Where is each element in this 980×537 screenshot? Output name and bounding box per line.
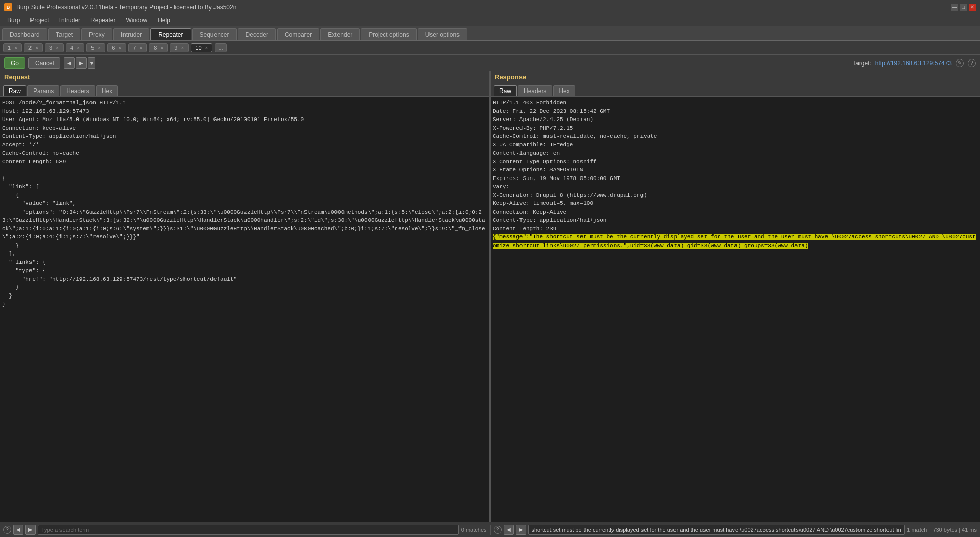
repeater-tab-5[interactable]: 5 ×: [86, 43, 105, 52]
response-body: HTTP/1.1 403 Forbidden Date: Fri, 22 Dec…: [491, 97, 980, 522]
close-tab-2[interactable]: ×: [35, 45, 38, 51]
response-panel-tabs: Raw Headers Hex: [491, 83, 980, 97]
request-panel-tabs: Raw Params Headers Hex: [0, 83, 489, 97]
request-search-help[interactable]: ?: [3, 526, 11, 534]
tab-user-options[interactable]: User options: [418, 28, 467, 40]
close-tab-8[interactable]: ×: [160, 45, 163, 51]
response-header: Response: [491, 71, 980, 83]
request-body: POST /node/?_format=hal_json HTTP/1.1 Ho…: [0, 97, 489, 522]
minimize-button[interactable]: —: [951, 4, 958, 11]
close-tab-7[interactable]: ×: [139, 45, 142, 51]
tab-sequencer[interactable]: Sequencer: [192, 28, 237, 40]
main-content: Request Raw Params Headers Hex POST /nod…: [0, 71, 980, 522]
menu-help[interactable]: Help: [152, 16, 175, 25]
nav-tabs: Dashboard Target Proxy Intruder Repeater…: [0, 26, 980, 41]
tab-comparer[interactable]: Comparer: [277, 28, 319, 40]
close-tab-1[interactable]: ×: [14, 45, 17, 51]
request-panel: Request Raw Params Headers Hex POST /nod…: [0, 71, 491, 522]
target-info-icon[interactable]: ?: [968, 59, 976, 67]
close-tab-3[interactable]: ×: [56, 45, 59, 51]
request-tab-params[interactable]: Params: [27, 85, 59, 96]
request-search-input[interactable]: [38, 525, 459, 535]
repeater-tab-1[interactable]: 1 ×: [3, 43, 22, 52]
more-tabs-button[interactable]: ...: [215, 43, 226, 52]
close-tab-6[interactable]: ×: [118, 45, 121, 51]
response-search-bar: ? ◀ ▶ 1 match 730 bytes | 41 ms: [491, 525, 981, 535]
tab-repeater[interactable]: Repeater: [150, 28, 191, 40]
close-button[interactable]: ✕: [969, 4, 976, 11]
repeater-tab-3[interactable]: 3 ×: [45, 43, 64, 52]
request-search-fwd[interactable]: ▶: [25, 525, 36, 535]
nav-dropdown[interactable]: ▼: [88, 57, 95, 69]
response-tab-headers[interactable]: Headers: [518, 85, 552, 96]
request-search-bar: ? ◀ ▶ 0 matches: [0, 525, 491, 535]
title-text: Burp Suite Professional v2.0.11beta - Te…: [16, 4, 236, 11]
target-url[interactable]: http://192.168.63.129:57473: [875, 59, 952, 67]
tab-target[interactable]: Target: [48, 28, 80, 40]
back-button[interactable]: ◀: [64, 57, 75, 69]
request-tab-raw[interactable]: Raw: [3, 85, 26, 96]
close-tab-5[interactable]: ×: [98, 45, 101, 51]
menu-burp[interactable]: Burp: [2, 16, 25, 25]
toolbar: Go Cancel ◀ ▶ ▼ Target: http://192.168.6…: [0, 55, 980, 71]
request-tab-hex[interactable]: Hex: [96, 85, 118, 96]
forward-button[interactable]: ▶: [76, 57, 87, 69]
tab-dashboard[interactable]: Dashboard: [2, 28, 47, 40]
repeater-tab-8[interactable]: 8 ×: [149, 43, 168, 52]
menu-window[interactable]: Window: [120, 16, 152, 25]
close-tab-9[interactable]: ×: [181, 45, 184, 51]
response-tab-hex[interactable]: Hex: [553, 85, 575, 96]
repeater-tab-10[interactable]: 10 ×: [191, 43, 212, 52]
response-search-input[interactable]: [528, 525, 905, 535]
repeater-tab-7[interactable]: 7 ×: [128, 43, 147, 52]
tab-decoder[interactable]: Decoder: [238, 28, 276, 40]
request-header: Request: [0, 71, 489, 83]
target-info: Target: http://192.168.63.129:57473 ✎ ?: [852, 59, 976, 67]
repeater-tab-9[interactable]: 9 ×: [170, 43, 189, 52]
repeater-tab-6[interactable]: 6 ×: [107, 43, 126, 52]
target-help-icon[interactable]: ✎: [956, 59, 964, 67]
request-tabs-row: 1 × 2 × 3 × 4 × 5 × 6 × 7 × 8 × 9 × 10 ×…: [0, 41, 980, 55]
tab-proxy[interactable]: Proxy: [81, 28, 112, 40]
cancel-button[interactable]: Cancel: [28, 57, 60, 69]
close-tab-10[interactable]: ×: [205, 45, 208, 51]
menu-repeater[interactable]: Repeater: [85, 16, 120, 25]
title-bar: B Burp Suite Professional v2.0.11beta - …: [0, 0, 980, 14]
tab-extender[interactable]: Extender: [320, 28, 360, 40]
maximize-button[interactable]: □: [960, 4, 967, 11]
app-icon: B: [4, 3, 12, 11]
response-tab-raw[interactable]: Raw: [494, 85, 517, 96]
tab-intruder[interactable]: Intruder: [113, 28, 149, 40]
request-tab-headers[interactable]: Headers: [60, 85, 95, 96]
response-search-fwd[interactable]: ▶: [516, 525, 526, 535]
request-search-back[interactable]: ◀: [13, 525, 23, 535]
bottom-bar: ? ◀ ▶ 0 matches ? ◀ ▶ 1 match 730 bytes …: [0, 522, 980, 537]
response-panel: Response Raw Headers Hex HTTP/1.1 403 Fo…: [491, 71, 980, 522]
repeater-tab-2[interactable]: 2 ×: [24, 43, 43, 52]
bytes-info: 730 bytes | 41 ms: [933, 527, 977, 533]
menu-bar: Burp Project Intruder Repeater Window He…: [0, 14, 980, 26]
target-label: Target:: [852, 59, 871, 67]
response-search-help[interactable]: ?: [494, 526, 502, 534]
response-match-count: 1 match: [907, 527, 927, 533]
request-match-count: 0 matches: [461, 527, 487, 533]
go-button[interactable]: Go: [4, 57, 25, 69]
close-tab-4[interactable]: ×: [77, 45, 80, 51]
response-highlighted-body: {"message":"The shortcut set must be the…: [493, 234, 976, 249]
response-content[interactable]: HTTP/1.1 403 Forbidden Date: Fri, 22 Dec…: [491, 97, 980, 522]
repeater-tab-4[interactable]: 4 ×: [66, 43, 84, 52]
tab-project-options[interactable]: Project options: [361, 28, 416, 40]
response-search-back[interactable]: ◀: [504, 525, 514, 535]
request-content[interactable]: POST /node/?_format=hal_json HTTP/1.1 Ho…: [0, 97, 489, 522]
menu-intruder[interactable]: Intruder: [54, 16, 85, 25]
menu-project[interactable]: Project: [25, 16, 54, 25]
history-nav: ◀ ▶ ▼: [64, 57, 95, 69]
